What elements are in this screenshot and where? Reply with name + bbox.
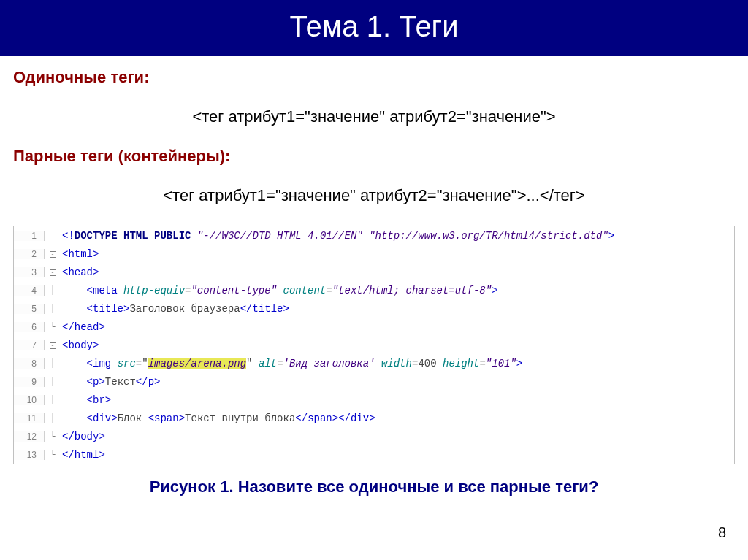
section-paired-tags: Парные теги (контейнеры): [13,147,748,166]
syntax-paired: <тег атрибут1="значение" атрибут2="значе… [0,186,748,205]
fold-marker: - [45,249,61,258]
fold-marker: └ [45,322,61,331]
code-row: 3-<head> [14,263,734,281]
line-number: 3 [14,267,45,277]
fold-marker: - [45,267,61,277]
code-row: 11│ <div>Блок <span>Текст внутри блока</… [14,409,734,427]
fold-marker: - [45,340,61,350]
fold-marker: │ [45,285,61,295]
code-line: </html> [61,449,734,461]
code-row: 7-<body> [14,336,734,354]
line-number: 8 [14,358,45,369]
line-number: 13 [14,450,45,460]
fold-marker: └ [45,450,61,459]
fold-marker: │ [45,395,61,404]
code-line: <meta http-equiv="content-type" content=… [61,285,734,296]
code-row: 8│ <img src="images/arena.png" alt='Вид … [14,354,734,372]
code-row: 6└</head> [14,318,734,336]
fold-marker: │ [45,358,61,368]
code-line: <p>Текст</p> [61,376,734,388]
line-number: 1 [14,231,45,241]
line-number: 10 [14,395,45,405]
fold-marker: └ [45,431,61,441]
code-row: 1<!DOCTYPE HTML PUBLIC "-//W3C//DTD HTML… [14,226,734,245]
code-row: 9│ <p>Текст</p> [14,372,734,391]
line-number: 4 [14,285,45,296]
code-row: 2-<html> [14,245,734,263]
line-number: 5 [14,304,45,314]
slide-title: Тема 1. Теги [0,0,748,56]
fold-marker: │ [45,304,61,313]
code-row: 5│ <title>Заголовок браузера</title> [14,299,734,318]
fold-marker: │ [45,413,61,423]
code-row: 10│ <br> [14,391,734,409]
figure-caption: Рисунок 1. Назовите все одиночные и все … [0,477,748,496]
line-number: 7 [14,340,45,350]
syntax-single: <тег атрибут1="значение" атрибут2="значе… [0,107,748,126]
page-number: 8 [718,524,726,541]
code-line: <br> [61,394,734,406]
line-number: 9 [14,377,45,387]
code-line: <title>Заголовок браузера</title> [61,303,734,315]
code-line: <body> [61,340,734,351]
line-number: 11 [14,413,45,423]
code-line: </head> [61,321,734,333]
line-number: 6 [14,322,45,332]
code-row: 4│ <meta http-equiv="content-type" conte… [14,281,734,299]
line-number: 12 [14,431,45,442]
line-number: 2 [14,249,45,259]
fold-marker: │ [45,377,61,386]
section-single-tags: Одиночные теги: [13,68,748,87]
code-line: </body> [61,431,734,442]
code-line: <!DOCTYPE HTML PUBLIC "-//W3C//DTD HTML … [61,230,734,242]
code-row: 13└</html> [14,445,734,464]
code-line: <div>Блок <span>Текст внутри блока</span… [61,413,734,424]
code-line: <img src="images/arena.png" alt='Вид заг… [61,358,734,369]
code-line: <head> [61,266,734,278]
code-example: 1<!DOCTYPE HTML PUBLIC "-//W3C//DTD HTML… [13,226,735,464]
code-row: 12└</body> [14,427,734,445]
code-line: <html> [61,248,734,260]
